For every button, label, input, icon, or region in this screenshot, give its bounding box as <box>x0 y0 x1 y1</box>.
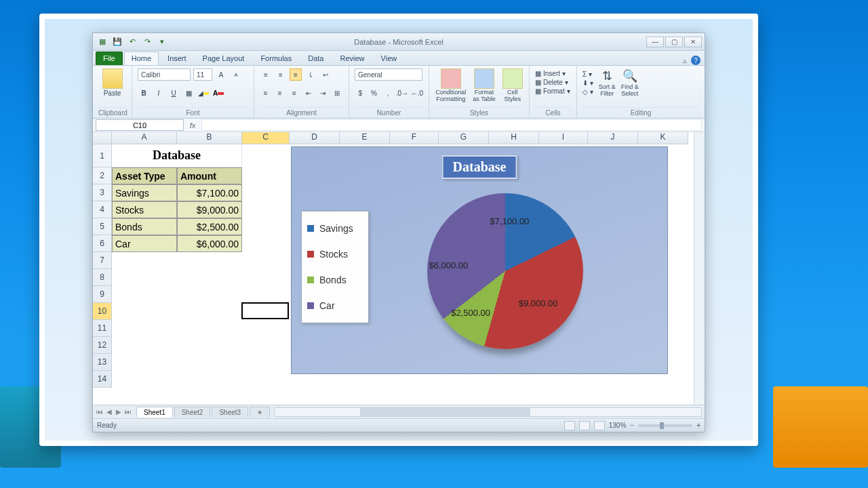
row-header-6[interactable]: 6 <box>93 235 111 252</box>
row-header-10[interactable]: 10 <box>93 303 111 320</box>
font-size-box[interactable]: 11 <box>193 68 212 81</box>
chart-legend[interactable]: SavingsStocksBondsCar <box>301 211 369 323</box>
cell-amount-2[interactable]: $2,500.00 <box>177 218 242 235</box>
cell-header-assettype[interactable]: Asset Type <box>112 167 177 184</box>
col-header-C[interactable]: C <box>242 132 290 144</box>
chart-title[interactable]: Database <box>442 155 517 179</box>
cell-amount-3[interactable]: $6,000.00 <box>177 235 242 252</box>
inc-decimal-icon[interactable]: .0→ <box>396 87 408 100</box>
row-header-14[interactable]: 14 <box>93 371 111 388</box>
col-header-K[interactable]: K <box>638 132 688 144</box>
tab-data[interactable]: Data <box>300 52 331 65</box>
formula-input[interactable] <box>201 119 702 131</box>
row-header-8[interactable]: 8 <box>93 269 111 286</box>
merge-center-icon[interactable]: ⊞ <box>332 87 343 100</box>
tab-insert[interactable]: Insert <box>160 52 194 65</box>
tab-file[interactable]: File <box>96 52 123 65</box>
cell-amount-1[interactable]: $9,000.00 <box>177 201 242 218</box>
orientation-icon[interactable]: ⤹ <box>304 68 317 81</box>
bold-button[interactable]: B <box>138 87 150 100</box>
col-header-I[interactable]: I <box>539 132 588 144</box>
paste-label[interactable]: Paste <box>104 89 121 97</box>
save-icon[interactable]: 💾 <box>112 37 123 47</box>
align-center-icon[interactable]: ≡ <box>274 87 285 100</box>
spreadsheet-grid[interactable]: ABCDEFGHIJK 1234567891011121314 Database… <box>93 132 705 405</box>
row-header-13[interactable]: 13 <box>93 354 111 371</box>
indent-inc-icon[interactable]: ⇥ <box>317 87 329 100</box>
row-header-9[interactable]: 9 <box>93 286 111 303</box>
select-all-corner[interactable] <box>93 132 112 144</box>
minimize-ribbon-icon[interactable]: ▵ <box>683 56 687 65</box>
cell-header-amount[interactable]: Amount <box>177 167 242 184</box>
insert-cells-button[interactable]: ▦ Insert ▾ <box>535 70 571 77</box>
redo-icon[interactable]: ↷ <box>142 37 153 47</box>
legend-item-bonds[interactable]: Bonds <box>307 267 363 293</box>
align-left-icon[interactable]: ≡ <box>260 87 271 100</box>
titlebar[interactable]: ▦ 💾 ↶ ↷ ▾ Database - Microsoft Excel — ▢… <box>93 33 705 51</box>
dec-decimal-icon[interactable]: ←.0 <box>411 87 423 100</box>
row-header-7[interactable]: 7 <box>93 252 111 269</box>
sheet-tab-3[interactable]: Sheet3 <box>212 407 248 418</box>
tab-pagelayout[interactable]: Page Layout <box>195 52 252 65</box>
autosum-icon[interactable]: Σ ▾ <box>583 70 593 78</box>
row-header-2[interactable]: 2 <box>93 167 111 184</box>
col-header-H[interactable]: H <box>489 132 539 144</box>
cell-asset-2[interactable]: Bonds <box>112 218 177 235</box>
legend-item-car[interactable]: Car <box>307 293 363 319</box>
zoom-slider[interactable] <box>638 424 692 427</box>
row-header-1[interactable]: 1 <box>93 144 111 167</box>
zoom-out-button[interactable]: − <box>630 422 634 429</box>
zoom-in-button[interactable]: + <box>696 422 701 429</box>
sheet-nav-buttons[interactable]: ⏮ ◀ ▶ ⏭ <box>96 408 132 415</box>
col-header-F[interactable]: F <box>390 132 439 144</box>
percent-icon[interactable]: % <box>368 87 379 100</box>
horizontal-scrollbar[interactable] <box>274 407 702 417</box>
col-header-B[interactable]: B <box>177 132 242 144</box>
new-sheet-button[interactable]: ✶ <box>250 407 270 418</box>
align-middle-icon[interactable]: ≡ <box>275 68 287 81</box>
col-header-G[interactable]: G <box>439 132 489 144</box>
page-layout-view-button[interactable] <box>579 421 590 430</box>
zoom-level[interactable]: 130% <box>609 422 627 429</box>
name-box[interactable]: C10 <box>96 119 184 131</box>
font-color-button[interactable]: A <box>212 87 224 100</box>
help-icon[interactable]: ? <box>691 56 701 65</box>
number-format-box[interactable]: General <box>355 68 422 81</box>
cell-asset-0[interactable]: Savings <box>112 184 177 201</box>
tab-view[interactable]: View <box>374 52 405 65</box>
undo-icon[interactable]: ↶ <box>127 37 138 47</box>
col-header-D[interactable]: D <box>290 132 340 144</box>
grow-font-icon[interactable]: A <box>215 68 227 81</box>
cell-amount-0[interactable]: $7,100.00 <box>177 184 242 201</box>
underline-button[interactable]: U <box>167 87 180 100</box>
shrink-font-icon[interactable]: A <box>230 68 242 81</box>
font-name-box[interactable]: Calibri <box>138 68 191 81</box>
qat-dropdown-icon[interactable]: ▾ <box>157 37 167 47</box>
row-header-11[interactable]: 11 <box>93 320 111 337</box>
page-break-view-button[interactable] <box>594 421 605 430</box>
wrap-text-icon[interactable]: ↩ <box>319 68 332 81</box>
find-select-button[interactable]: 🔍 Find & Select <box>621 68 639 98</box>
fx-icon[interactable]: fx <box>186 121 199 129</box>
border-button[interactable]: ▦ <box>182 87 195 100</box>
clear-icon[interactable]: ◇ ▾ <box>583 88 593 96</box>
close-button[interactable]: ✕ <box>684 37 702 47</box>
tab-formulas[interactable]: Formulas <box>253 52 299 65</box>
sort-filter-button[interactable]: ⇅ Sort & Filter <box>599 68 616 98</box>
indent-dec-icon[interactable]: ⇤ <box>303 87 315 100</box>
normal-view-button[interactable] <box>564 421 575 430</box>
col-header-J[interactable]: J <box>588 132 638 144</box>
row-header-5[interactable]: 5 <box>93 218 111 235</box>
fill-icon[interactable]: ⬇ ▾ <box>583 79 593 87</box>
italic-button[interactable]: I <box>153 87 165 100</box>
cell-asset-3[interactable]: Car <box>112 235 177 252</box>
col-header-E[interactable]: E <box>340 132 390 144</box>
fill-color-button[interactable]: ◢ <box>197 87 210 100</box>
align-right-icon[interactable]: ≡ <box>288 87 300 100</box>
maximize-button[interactable]: ▢ <box>665 37 683 47</box>
nav-prev-icon[interactable]: ◀ <box>105 408 113 415</box>
cell-asset-1[interactable]: Stocks <box>112 201 177 218</box>
align-bottom-icon[interactable]: ≡ <box>290 68 302 81</box>
nav-last-icon[interactable]: ⏭ <box>124 408 132 415</box>
pie-chart[interactable]: DatabaseSavingsStocksBondsCar$7,100.00$9… <box>291 146 668 374</box>
